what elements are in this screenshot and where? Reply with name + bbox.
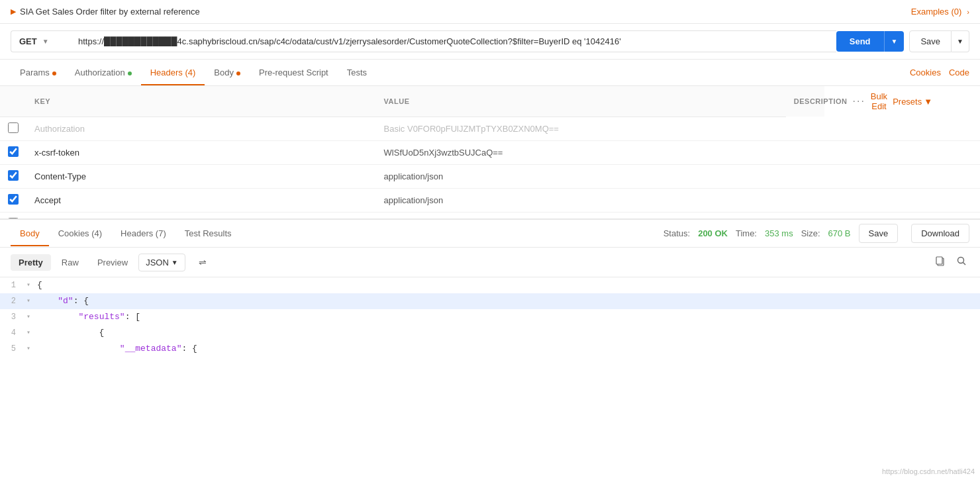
tab-params[interactable]: Params bbox=[11, 60, 66, 85]
cookies-link[interactable]: Cookies bbox=[910, 68, 941, 77]
th-checkbox bbox=[0, 86, 26, 117]
auth-dot bbox=[128, 72, 132, 75]
row1-checkbox-cell[interactable] bbox=[0, 117, 26, 140]
resp-tab-cookies[interactable]: Cookies (4) bbox=[49, 220, 111, 246]
search-icon bbox=[956, 256, 967, 266]
request-tabs: Params Authorization Headers (4) Body Pr… bbox=[0, 60, 980, 86]
resp-tab-body[interactable]: Body bbox=[11, 220, 49, 246]
table-row: Authorization Basic V0FOR0pFUlJZMTpTYXB0… bbox=[0, 117, 980, 140]
url-input[interactable] bbox=[70, 30, 836, 52]
line-num-5: 5 bbox=[0, 341, 26, 357]
copy-icon bbox=[935, 256, 946, 266]
table-row-new: Key Value Description bbox=[0, 212, 980, 218]
response-download-button[interactable]: Download bbox=[911, 224, 969, 243]
row2-checkbox[interactable] bbox=[8, 146, 19, 157]
svg-line-3 bbox=[963, 263, 966, 265]
method-select[interactable]: GET ▼ bbox=[11, 30, 70, 52]
code-link[interactable]: Code bbox=[949, 68, 969, 77]
req-tabs-right: Cookies Code bbox=[910, 68, 969, 77]
tab-body[interactable]: Body bbox=[205, 60, 250, 85]
line-arrow-4[interactable]: ▾ bbox=[26, 325, 37, 341]
th-key: KEY bbox=[26, 86, 376, 117]
presets-button[interactable]: Presets ▼ bbox=[893, 97, 932, 107]
code-line-2: 2 ▾ "d": { bbox=[0, 293, 980, 309]
save-button[interactable]: Save bbox=[909, 30, 952, 52]
bulk-edit-button[interactable]: Bulk Edit bbox=[871, 91, 887, 111]
row3-key-cell[interactable]: Content-Type bbox=[26, 164, 376, 188]
params-dot bbox=[52, 72, 56, 75]
new-row-checkbox-cell[interactable] bbox=[0, 212, 26, 218]
line-arrow-5[interactable]: ▾ bbox=[26, 341, 37, 357]
new-row-key-cell[interactable]: Key bbox=[26, 212, 376, 218]
send-button-group: Send ▼ bbox=[836, 31, 905, 52]
row1-checkbox[interactable] bbox=[8, 122, 19, 133]
wrap-icon-button[interactable]: ⇌ bbox=[193, 254, 212, 270]
top-bar: ▶ SIA Get Sales Order filter by external… bbox=[0, 0, 980, 24]
tab-headers[interactable]: Headers (4) bbox=[141, 60, 205, 85]
new-row-desc-cell[interactable]: Description bbox=[786, 212, 980, 218]
line-num-1: 1 bbox=[0, 277, 26, 293]
examples-chevron-icon: › bbox=[967, 8, 969, 16]
row2-desc-cell[interactable] bbox=[786, 140, 980, 164]
body-dot bbox=[236, 72, 240, 75]
th-value: VALUE bbox=[376, 86, 786, 117]
row4-checkbox[interactable] bbox=[8, 194, 19, 205]
copy-button[interactable] bbox=[932, 253, 948, 271]
resp-tab-headers[interactable]: Headers (7) bbox=[111, 220, 175, 246]
headers-table: KEY VALUE DESCRIPTION ··· Bulk Edit Pres… bbox=[0, 86, 980, 218]
format-right-actions bbox=[932, 253, 969, 271]
response-save-button[interactable]: Save bbox=[859, 224, 899, 243]
tab-prerequest[interactable]: Pre-request Script bbox=[250, 60, 338, 85]
row4-desc-cell[interactable] bbox=[786, 188, 980, 212]
row1-value-cell[interactable]: Basic V0FOR0pFUlJZMTpTYXB0ZXN0MQ== bbox=[376, 117, 786, 140]
send-button[interactable]: Send bbox=[836, 31, 884, 52]
resp-tab-testresults[interactable]: Test Results bbox=[175, 220, 241, 246]
table-row: Accept application/json bbox=[0, 188, 980, 212]
new-row-value-cell[interactable]: Value bbox=[376, 212, 786, 218]
th-description: DESCRIPTION ··· Bulk Edit Presets ▼ bbox=[786, 86, 825, 117]
row2-key-cell[interactable]: x-csrf-token bbox=[26, 140, 376, 164]
tab-tests[interactable]: Tests bbox=[338, 60, 376, 85]
row4-key-cell[interactable]: Accept bbox=[26, 188, 376, 212]
row1-desc-cell[interactable] bbox=[786, 117, 980, 140]
row4-checkbox-cell[interactable] bbox=[0, 188, 26, 212]
row2-checkbox-cell[interactable] bbox=[0, 140, 26, 164]
format-dropdown[interactable]: JSON ▼ bbox=[138, 254, 185, 271]
row3-checkbox-cell[interactable] bbox=[0, 164, 26, 188]
new-row-checkbox[interactable] bbox=[8, 218, 19, 219]
table-row: x-csrf-token WlSfUoD5nXj3wztbSUJCaQ== bbox=[0, 140, 980, 164]
request-name: SIA Get Sales Order filter by external r… bbox=[20, 7, 200, 17]
headers-table-wrap: KEY VALUE DESCRIPTION ··· Bulk Edit Pres… bbox=[0, 86, 980, 218]
fmt-tab-raw[interactable]: Raw bbox=[54, 254, 87, 271]
table-row: Content-Type application/json bbox=[0, 164, 980, 188]
tab-authorization[interactable]: Authorization bbox=[66, 60, 141, 85]
line-arrow-2[interactable]: ▾ bbox=[26, 293, 37, 309]
method-label: GET bbox=[19, 36, 37, 46]
svg-rect-1 bbox=[936, 257, 942, 264]
time-label: Time: bbox=[736, 228, 757, 238]
expand-arrow-icon: ▶ bbox=[11, 7, 16, 16]
search-button[interactable] bbox=[954, 253, 969, 271]
row1-key-cell[interactable]: Authorization bbox=[26, 117, 376, 140]
row4-value-cell[interactable]: application/json bbox=[376, 188, 786, 212]
save-button-group: Save ▼ bbox=[909, 30, 969, 52]
request-title[interactable]: ▶ SIA Get Sales Order filter by external… bbox=[11, 7, 200, 17]
line-content-5: "__metadata": { bbox=[37, 341, 980, 357]
examples-link[interactable]: Examples (0) bbox=[911, 7, 962, 17]
save-chevron-button[interactable]: ▼ bbox=[952, 30, 969, 52]
size-label: Size: bbox=[801, 228, 820, 238]
format-dropdown-chevron-icon: ▼ bbox=[172, 259, 178, 266]
line-arrow-3[interactable]: ▾ bbox=[26, 309, 37, 325]
row3-desc-cell[interactable] bbox=[786, 164, 980, 188]
fmt-tab-preview[interactable]: Preview bbox=[89, 254, 136, 271]
fmt-tab-pretty[interactable]: Pretty bbox=[11, 254, 51, 271]
more-options-button[interactable]: ··· bbox=[852, 95, 865, 107]
format-bar: Pretty Raw Preview JSON ▼ ⇌ bbox=[0, 248, 980, 277]
row2-value-cell[interactable]: WlSfUoD5nXj3wztbSUJCaQ== bbox=[376, 140, 786, 164]
send-chevron-button[interactable]: ▼ bbox=[884, 31, 905, 52]
line-arrow-1[interactable]: ▾ bbox=[26, 277, 37, 293]
url-bar: GET ▼ Send ▼ Save ▼ bbox=[0, 24, 980, 60]
row3-value-cell[interactable]: application/json bbox=[376, 164, 786, 188]
row3-checkbox[interactable] bbox=[8, 170, 19, 181]
code-area: 1 ▾ { 2 ▾ "d": { 3 ▾ "results": [ 4 ▾ { … bbox=[0, 277, 980, 423]
